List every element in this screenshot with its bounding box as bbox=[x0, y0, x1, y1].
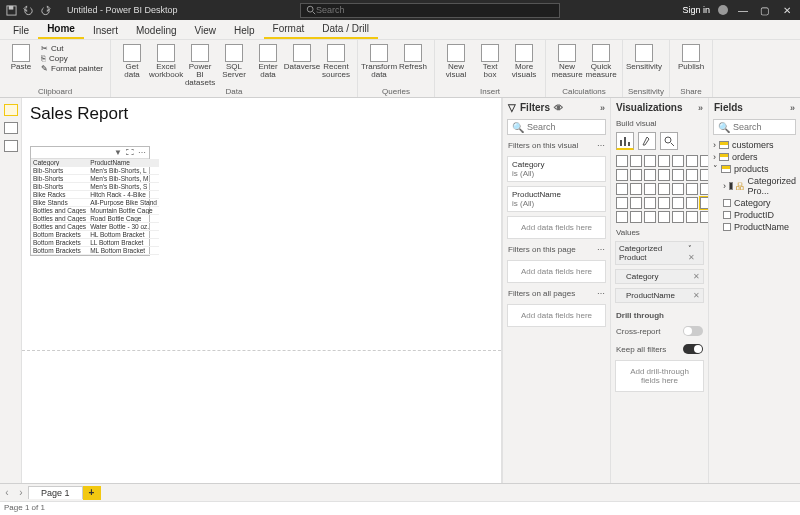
visual-type-icon[interactable] bbox=[644, 183, 656, 195]
visual-type-icon[interactable] bbox=[686, 169, 698, 181]
fields-search[interactable]: 🔍 bbox=[713, 119, 796, 135]
visual-type-icon[interactable] bbox=[616, 197, 628, 209]
ribbon-more-visuals[interactable]: Morevisuals bbox=[508, 42, 540, 79]
ribbon-sensitivity[interactable]: Sensitivity bbox=[628, 42, 660, 71]
avatar-icon[interactable] bbox=[718, 5, 728, 15]
field-well-categorized[interactable]: Categorized Product˅ ✕ bbox=[615, 241, 704, 265]
ribbon-recent-sources[interactable]: Recentsources bbox=[320, 42, 352, 79]
page-tab[interactable]: Page 1 bbox=[28, 486, 83, 499]
ribbon-new-measure[interactable]: Newmeasure bbox=[551, 42, 583, 79]
ribbon-get-data[interactable]: Getdata bbox=[116, 42, 148, 79]
visual-type-icon[interactable] bbox=[658, 155, 670, 167]
more-icon[interactable]: ⋯ bbox=[138, 148, 146, 156]
visual-type-icon[interactable] bbox=[616, 155, 628, 167]
copy-button[interactable]: ⎘Copy bbox=[41, 54, 103, 63]
ribbon-transform-data[interactable]: Transformdata bbox=[363, 42, 395, 79]
format-visual-icon[interactable] bbox=[638, 132, 656, 150]
visual-type-icon[interactable] bbox=[658, 197, 670, 209]
add-page-button[interactable]: + bbox=[83, 486, 101, 500]
visual-type-icon[interactable] bbox=[630, 197, 642, 209]
ribbon-publish[interactable]: Publish bbox=[675, 42, 707, 71]
cut-button[interactable]: ✂Cut bbox=[41, 44, 103, 53]
visual-type-icon[interactable] bbox=[686, 183, 698, 195]
visual-type-icon[interactable] bbox=[686, 211, 698, 223]
format-painter-button[interactable]: ✎Format painter bbox=[41, 64, 103, 73]
collapse-icon[interactable]: » bbox=[698, 103, 703, 113]
data-view-icon[interactable] bbox=[4, 122, 18, 134]
next-page-icon[interactable]: › bbox=[14, 487, 28, 498]
close-button[interactable]: ✕ bbox=[780, 3, 794, 17]
title-search-input[interactable] bbox=[316, 5, 554, 15]
visual-type-icon[interactable] bbox=[616, 169, 628, 181]
cross-report-toggle[interactable] bbox=[683, 326, 703, 336]
collapse-icon[interactable]: » bbox=[790, 103, 795, 113]
table-header[interactable]: Category bbox=[31, 159, 88, 167]
filters-search[interactable]: 🔍 bbox=[507, 119, 606, 135]
checkbox-icon[interactable] bbox=[729, 182, 733, 190]
ribbon-refresh[interactable]: Refresh bbox=[397, 42, 429, 71]
visual-type-icon[interactable] bbox=[686, 197, 698, 209]
remove-icon[interactable]: ✕ bbox=[688, 253, 695, 262]
visual-type-icon[interactable] bbox=[686, 155, 698, 167]
ribbon-sql-server[interactable]: SQLServer bbox=[218, 42, 250, 79]
ribbon-text-box[interactable]: Textbox bbox=[474, 42, 506, 79]
maximize-button[interactable]: ▢ bbox=[758, 3, 772, 17]
table-row[interactable]: Bottom BracketsML Bottom Bracket bbox=[31, 247, 159, 255]
add-report-filter[interactable]: Add data fields here bbox=[507, 304, 606, 327]
table-row[interactable]: Bike RacksHitch Rack - 4-Bike bbox=[31, 191, 159, 199]
table-customers[interactable]: ›customers bbox=[713, 139, 796, 151]
more-icon[interactable]: ⋯ bbox=[597, 245, 605, 254]
visual-type-icon[interactable] bbox=[630, 155, 642, 167]
table-row[interactable]: Bottles and CagesWater Bottle - 30 oz. bbox=[31, 223, 159, 231]
ribbon-quick-measure[interactable]: Quickmeasure bbox=[585, 42, 617, 79]
visual-type-icon[interactable] bbox=[672, 169, 684, 181]
tab-insert[interactable]: Insert bbox=[84, 22, 127, 39]
ribbon-excel-workbook[interactable]: Excelworkbook bbox=[150, 42, 182, 79]
prev-page-icon[interactable]: ‹ bbox=[0, 487, 14, 498]
ribbon-enter-data[interactable]: Enterdata bbox=[252, 42, 284, 79]
title-search[interactable] bbox=[300, 3, 560, 18]
ribbon-dataverse[interactable]: Dataverse bbox=[286, 42, 318, 71]
filter-icon[interactable]: ▼ bbox=[114, 148, 122, 156]
visual-type-icon[interactable] bbox=[672, 211, 684, 223]
table-row[interactable]: Bottles and CagesMountain Bottle Cage bbox=[31, 207, 159, 215]
visual-type-icon[interactable] bbox=[672, 183, 684, 195]
table-row[interactable]: Bottom BracketsHL Bottom Bracket bbox=[31, 231, 159, 239]
report-view-icon[interactable] bbox=[4, 104, 18, 116]
eye-icon[interactable]: 👁 bbox=[554, 103, 563, 113]
table-row[interactable]: Bike StandsAll-Purpose Bike Stand bbox=[31, 199, 159, 207]
remove-icon[interactable]: ✕ bbox=[693, 291, 700, 300]
report-canvas[interactable]: Sales Report ▼ ⛶ ⋯ CategoryProductNameBi… bbox=[22, 98, 502, 483]
checkbox-icon[interactable] bbox=[723, 199, 731, 207]
minimize-button[interactable]: — bbox=[736, 3, 750, 17]
visual-type-icon[interactable] bbox=[630, 211, 642, 223]
visual-type-icon[interactable] bbox=[630, 169, 642, 181]
add-visual-filter[interactable]: Add data fields here bbox=[507, 216, 606, 239]
field-category[interactable]: Category bbox=[713, 197, 796, 209]
visual-type-icon[interactable] bbox=[616, 211, 628, 223]
visual-type-icon[interactable] bbox=[630, 183, 642, 195]
table-row[interactable]: Bottom BracketsLL Bottom Bracket bbox=[31, 239, 159, 247]
model-view-icon[interactable] bbox=[4, 140, 18, 152]
visual-type-icon[interactable] bbox=[658, 169, 670, 181]
visual-type-icon[interactable] bbox=[672, 197, 684, 209]
filter-card-productname[interactable]: ProductNameis (All) bbox=[507, 186, 606, 212]
field-productid[interactable]: ProductID bbox=[713, 209, 796, 221]
visual-type-icon[interactable] bbox=[644, 211, 656, 223]
remove-icon[interactable]: ✕ bbox=[693, 272, 700, 281]
tab-file[interactable]: File bbox=[4, 22, 38, 39]
tab-home[interactable]: Home bbox=[38, 20, 84, 39]
visual-type-icon[interactable] bbox=[644, 155, 656, 167]
tab-view[interactable]: View bbox=[186, 22, 226, 39]
more-icon[interactable]: ⋯ bbox=[597, 141, 605, 150]
table-header[interactable]: ProductName bbox=[88, 159, 159, 167]
focus-icon[interactable]: ⛶ bbox=[126, 148, 134, 156]
analytics-icon[interactable] bbox=[660, 132, 678, 150]
redo-icon[interactable] bbox=[40, 5, 51, 16]
table-row[interactable]: Bib-ShortsMen's Bib-Shorts, S bbox=[31, 183, 159, 191]
add-page-filter[interactable]: Add data fields here bbox=[507, 260, 606, 283]
visual-type-icon[interactable] bbox=[658, 183, 670, 195]
table-row[interactable]: Bib-ShortsMen's Bib-Shorts, L bbox=[31, 167, 159, 175]
table-row[interactable]: Bib-ShortsMen's Bib-Shorts, M bbox=[31, 175, 159, 183]
collapse-icon[interactable]: » bbox=[600, 103, 605, 113]
